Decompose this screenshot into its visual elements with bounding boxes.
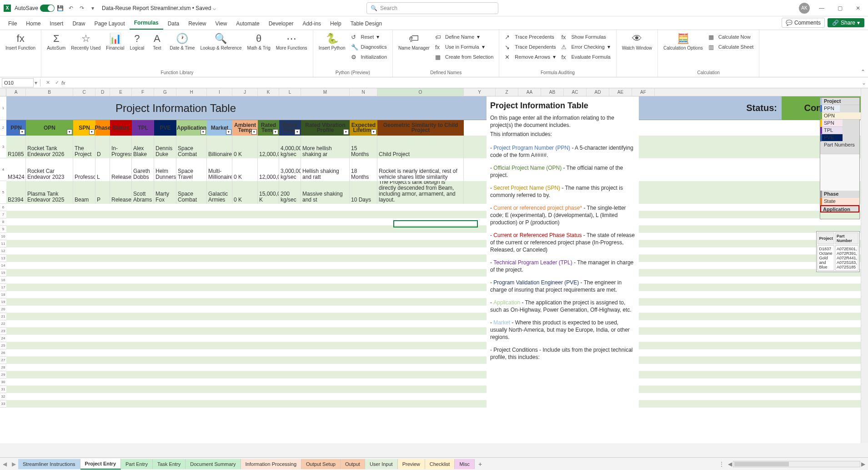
col-E[interactable]: E [110,88,132,96]
th-similarity[interactable]: Geometric Similarity to Child Project [377,120,464,136]
filter-icon[interactable]: ▾ [273,129,278,135]
row-header[interactable]: 31 [0,386,6,393]
empty-row[interactable] [6,357,868,364]
evaluate-formula-button[interactable]: fxEvaluate Formula [559,52,612,62]
cell-rtemp[interactable]: 12,000,000K [258,136,279,158]
cell-pve[interactable]: Helm Dunnerson [154,158,176,181]
tab-file[interactable]: File [4,18,21,30]
cell-elife[interactable]: 15 Months [350,136,377,158]
autosave-toggle[interactable]: AutoSave [15,5,55,12]
sheet-project-entry[interactable]: Project Entry [80,459,121,470]
tab-developer[interactable]: Developer [264,18,298,30]
empty-row[interactable] [6,269,868,277]
th-tpl[interactable]: TPL [132,120,154,136]
empty-row[interactable] [6,349,868,357]
tab-page-layout[interactable]: Page Layout [90,18,129,30]
formula-input[interactable] [67,78,860,87]
row-header[interactable]: 29 [0,371,6,379]
cell-rvib[interactable]: Massive shaking and st [301,181,350,204]
name-box[interactable] [2,78,34,87]
filter-icon[interactable]: ▾ [201,129,206,135]
empty-row[interactable] [6,277,868,284]
sheet-misc[interactable]: Misc [455,459,475,469]
tab-addins[interactable]: Add-ins [298,18,326,30]
create-from-selection-button[interactable]: ▦Create from Selection [433,52,495,62]
fx-icon[interactable]: fx [61,80,65,86]
th-opn[interactable]: OPN▾ [26,120,73,136]
cell-rflow[interactable]: 4,000,000 kg/sec [279,136,301,158]
horizontal-scrollbar[interactable] [733,461,860,467]
restore-icon[interactable]: ▢ [833,2,846,15]
row-header[interactable]: 28 [0,364,6,371]
watch-window-button[interactable]: 👁Watch Window [620,32,654,51]
empty-row[interactable] [6,298,868,306]
th-vibration[interactable]: Rated Vibration Profile▾ [301,120,350,136]
col-O[interactable]: O [377,88,464,96]
comments-button[interactable]: 💬Comments [782,18,825,28]
nav-pve[interactable]: PVE [820,134,843,142]
cell-spn[interactable]: The Project [73,136,95,158]
empty-row[interactable] [6,284,868,291]
row-header[interactable]: 27 [0,357,6,364]
empty-row[interactable] [6,255,868,262]
sheet-output-setup[interactable]: Output Setup [301,459,341,469]
row-header[interactable]: 22 [0,320,6,328]
nav-spn[interactable]: SPN [820,120,843,127]
col-H[interactable]: H [176,88,207,96]
th-rated-temp[interactable]: Rated Temp▾ [258,120,279,136]
cell-gsim[interactable]: The Project's tank design is directly de… [377,181,464,204]
th-market[interactable]: Market▾ [207,120,232,136]
col-AF[interactable]: AF [632,88,655,96]
tab-options-icon[interactable]: ⋮ [719,461,724,467]
filter-icon[interactable]: ▾ [343,129,349,135]
cell-tpl[interactable]: Scott Abrams [132,181,154,204]
nav-application[interactable]: Application [820,205,859,212]
sheet-preview[interactable]: Preview [398,459,425,469]
empty-row[interactable] [6,328,868,335]
collapse-ribbon-icon[interactable]: ⌃ [861,69,865,75]
cell-tpl[interactable]: Gareth Dobbs [132,158,154,181]
cell-status[interactable]: Released [110,181,132,204]
worksheet-grid[interactable]: A B C D E F G H I J K L M N O Y Z AA AB … [0,88,868,443]
row-header[interactable]: 5 [0,181,6,204]
sheet-doc-summary[interactable]: Document Summary [186,459,241,469]
share-button[interactable]: 🔗Share▾ [828,18,864,27]
tab-help[interactable]: Help [326,18,346,30]
tab-draw[interactable]: Draw [68,18,90,30]
calculate-sheet-button[interactable]: ▥Calculate Sheet [707,42,756,52]
cell-phase[interactable]: P [95,181,110,204]
cell-pve[interactable]: Dennis Duke [154,136,176,158]
use-in-formula-button[interactable]: fxUse in Formula▾ [433,42,495,52]
row-header[interactable]: 19 [0,298,6,306]
show-formulas-button[interactable]: fxShow Formulas [559,32,612,42]
cell-mkt[interactable]: Multi-Millionaires [207,158,232,181]
tab-table-design[interactable]: Table Design [346,18,386,30]
col-F[interactable]: F [132,88,154,96]
filter-icon[interactable]: ▾ [89,129,95,135]
cell-spn[interactable]: Beam [73,181,95,204]
col-J[interactable]: J [232,88,258,96]
insert-function-button[interactable]: fxInsert Function [4,32,37,51]
tab-view[interactable]: View [211,18,232,30]
empty-row[interactable] [6,335,868,342]
empty-row[interactable] [6,386,868,393]
th-pve[interactable]: PVE [154,120,176,136]
empty-row[interactable] [6,320,868,328]
math-trig-button[interactable]: θMath & Trig [246,32,272,51]
th-lifetime[interactable]: Expected Lifetime▾ [350,120,377,136]
row-header[interactable]: 3 [0,136,6,158]
define-name-button[interactable]: 🏷Define Name▾ [433,32,495,42]
add-sheet-icon[interactable]: + [475,460,486,468]
cell-phase[interactable]: D [95,136,110,158]
date-time-button[interactable]: 🕐Date & Time [168,32,196,51]
th-application[interactable]: Application▾ [176,120,207,136]
cell-opn[interactable]: Rocket Tank Endeavor 2026 [26,136,73,158]
nav-phase[interactable]: Phase [820,191,835,198]
row-header[interactable]: 17 [0,284,6,291]
cell-ppn[interactable]: M3424 [6,158,26,181]
cell-ppn[interactable]: R1085 [6,136,26,158]
col-AD[interactable]: AD [587,88,609,96]
row-header[interactable]: 20 [0,306,6,313]
chevron-down-icon[interactable]: ⌵ [213,5,216,11]
filter-icon[interactable]: ▾ [251,129,257,135]
